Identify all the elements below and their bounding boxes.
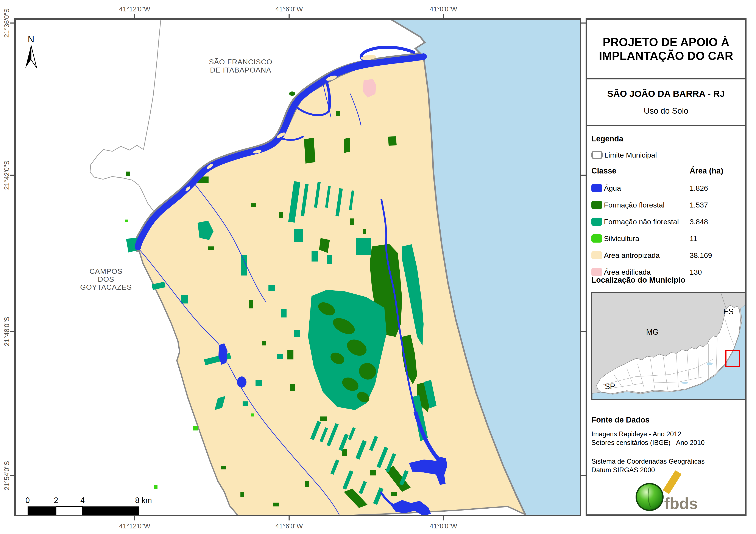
region-label-campos: DOS: [98, 275, 114, 283]
forest-swatch: [591, 201, 602, 209]
location-heading: Localização do Município: [591, 275, 685, 285]
legend-item-area: 11: [689, 234, 697, 243]
map-sheet: SÃO FRANCISCO DE ITABAPOANA CAMPOS DOS G…: [0, 0, 756, 534]
legend-item-label: Área edificada: [604, 268, 689, 276]
legend-item-area: 130: [689, 268, 702, 276]
region-label-sfi: SÃO FRANCISCO: [209, 58, 272, 66]
municipality-name: SÃO JOÃO DA BARRA - RJ: [608, 89, 725, 99]
legend-item-row: Formação não florestal 3.848: [591, 215, 741, 228]
source-line: Setores censitários (IBGE) - Ano 2010: [591, 439, 705, 447]
inset-lagoon: [682, 382, 688, 384]
map-canvas: SÃO FRANCISCO DE ITABAPOANA CAMPOS DOS G…: [14, 18, 581, 516]
axis-label-bottom: 41°0'0"W: [430, 522, 457, 530]
project-title: IMPLANTAÇÃO DO CAR: [599, 49, 733, 63]
axis-label-bottom: 41°12'0"W: [119, 522, 150, 530]
legend-header-row: Classe Área (ha): [591, 165, 741, 177]
inset-label-es: ES: [723, 307, 734, 316]
north-label: N: [28, 34, 34, 44]
scale-label: 2: [54, 496, 58, 505]
legend-item-area: 3.848: [689, 217, 708, 226]
scale-bar: 0 2 4 8 km: [25, 496, 152, 515]
source-line: Imagens Rapideye - Ano 2012: [591, 430, 681, 439]
water-swatch: [591, 184, 602, 192]
neighbor-boundary-line: [144, 18, 161, 150]
area-header: Área (ha): [689, 166, 723, 175]
locator-map: MG ES SP: [591, 292, 746, 400]
fbds-logo: fbds: [622, 469, 708, 515]
axis-label-left: 21°42'0"S: [3, 161, 11, 190]
logo-yellow-bar: [663, 470, 682, 494]
legend-item-label: Formação florestal: [604, 201, 689, 209]
crs-line: Sistema de Coordenadas Geográficas: [591, 457, 705, 466]
legend-item-label: Silvicultura: [604, 234, 689, 243]
scale-label: 4: [80, 496, 85, 505]
scale-label: 0: [25, 496, 30, 505]
info-panel: PROJETO DE APOIO À IMPLANTAÇÃO DO CAR SÃ…: [585, 18, 746, 516]
legend-heading: Legenda: [591, 134, 623, 143]
axis-label-left: 21°54'0"S: [3, 461, 11, 490]
legend-item-row: Água 1.826: [591, 182, 741, 194]
built-swatch: [591, 268, 602, 276]
legend-item-label: Formação não florestal: [604, 217, 689, 226]
region-label-campos: CAMPOS: [90, 267, 122, 275]
legend-item-area: 38.169: [689, 251, 712, 260]
limite-municipal-swatch: [591, 151, 603, 159]
limite-municipal-label: Limite Municipal: [604, 151, 657, 159]
axis-label-top: 41°6'0"W: [275, 5, 303, 13]
title-block: PROJETO DE APOIO À IMPLANTAÇÃO DO CAR: [587, 20, 745, 79]
legend-item-label: Área antropizada: [604, 251, 689, 260]
legend-item-row: Silvicultura 11: [591, 232, 741, 245]
main-map: SÃO FRANCISCO DE ITABAPOANA CAMPOS DOS G…: [14, 18, 581, 516]
north-arrow: N: [25, 34, 37, 68]
anthropized-swatch: [591, 251, 602, 259]
class-header: Classe: [591, 166, 689, 175]
legend-item-row: Formação florestal 1.537: [591, 198, 741, 211]
region-label-campos: GOYTACAZES: [80, 283, 132, 291]
axis-label-top: 41°0'0"W: [430, 5, 457, 13]
project-title: PROJETO DE APOIO À: [603, 35, 729, 49]
legend-item-row: Área antropizada 38.169: [591, 249, 741, 262]
logo-text: fbds: [664, 495, 698, 513]
subtitle-block: SÃO JOÃO DA BARRA - RJ Uso do Solo: [587, 79, 745, 126]
fbds-logo-canvas: fbds: [622, 469, 708, 514]
axis-label-top: 41°12'0"W: [119, 5, 150, 13]
legend-item-area: 1.826: [689, 184, 708, 192]
locator-canvas: MG ES SP: [592, 293, 745, 399]
legend-item-area: 1.537: [689, 201, 708, 209]
logo-green-sphere: [636, 484, 663, 510]
inset-label-mg: MG: [646, 328, 659, 336]
legend-limite-row: Limite Municipal: [591, 148, 741, 162]
scale-label: 8 km: [135, 496, 152, 505]
data-source-heading: Fonte de Dados: [591, 416, 650, 424]
legend-item-label: Água: [604, 184, 689, 192]
axis-label-bottom: 41°6'0"W: [275, 522, 303, 530]
axis-label-left: 21°48'0"S: [3, 317, 11, 346]
neighbor-boundary-line: [90, 145, 157, 215]
non-forest-swatch: [591, 217, 602, 226]
map-theme: Uso do Solo: [644, 106, 688, 115]
silviculture-swatch: [591, 234, 602, 242]
axis-label-left: 21°36'0"S: [3, 9, 11, 38]
inset-label-sp: SP: [605, 382, 615, 391]
region-label-sfi: DE ITABAPOANA: [210, 66, 271, 74]
inset-lagoon: [707, 363, 713, 365]
